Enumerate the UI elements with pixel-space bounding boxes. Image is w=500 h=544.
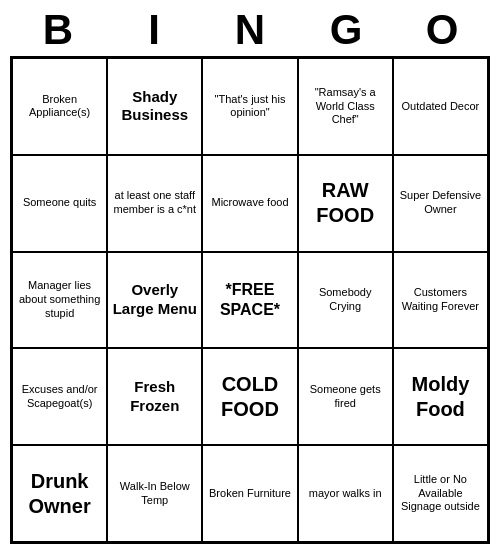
bingo-cell-9[interactable]: Super Defensive Owner — [393, 155, 488, 252]
bingo-cell-4[interactable]: Outdated Decor — [393, 58, 488, 155]
header-letter-b: B — [14, 6, 102, 54]
bingo-cell-13[interactable]: Somebody Crying — [298, 252, 393, 349]
bingo-cell-17[interactable]: COLD FOOD — [202, 348, 297, 445]
bingo-cell-5[interactable]: Someone quits — [12, 155, 107, 252]
bingo-cell-22[interactable]: Broken Furniture — [202, 445, 297, 542]
header-letter-n: N — [206, 6, 294, 54]
header-letter-o: O — [398, 6, 486, 54]
bingo-cell-23[interactable]: mayor walks in — [298, 445, 393, 542]
header-letter-i: I — [110, 6, 198, 54]
bingo-cell-18[interactable]: Someone gets fired — [298, 348, 393, 445]
bingo-cell-14[interactable]: Customers Waiting Forever — [393, 252, 488, 349]
bingo-cell-8[interactable]: RAW FOOD — [298, 155, 393, 252]
bingo-cell-11[interactable]: Overly Large Menu — [107, 252, 202, 349]
bingo-cell-24[interactable]: Little or No Available Signage outside — [393, 445, 488, 542]
bingo-cell-7[interactable]: Microwave food — [202, 155, 297, 252]
bingo-cell-12[interactable]: *FREE SPACE* — [202, 252, 297, 349]
header-letter-g: G — [302, 6, 390, 54]
bingo-cell-0[interactable]: Broken Appliance(s) — [12, 58, 107, 155]
bingo-header: B I N G O — [10, 0, 490, 56]
bingo-cell-19[interactable]: Moldy Food — [393, 348, 488, 445]
bingo-cell-1[interactable]: Shady Business — [107, 58, 202, 155]
bingo-cell-2[interactable]: "That's just his opinion" — [202, 58, 297, 155]
bingo-cell-16[interactable]: Fresh Frozen — [107, 348, 202, 445]
bingo-cell-3[interactable]: "Ramsay's a World Class Chef" — [298, 58, 393, 155]
bingo-cell-6[interactable]: at least one staff member is a c*nt — [107, 155, 202, 252]
bingo-cell-10[interactable]: Manager lies about something stupid — [12, 252, 107, 349]
bingo-cell-20[interactable]: Drunk Owner — [12, 445, 107, 542]
bingo-grid: Broken Appliance(s)Shady Business"That's… — [10, 56, 490, 544]
bingo-cell-15[interactable]: Excuses and/or Scapegoat(s) — [12, 348, 107, 445]
bingo-cell-21[interactable]: Walk-In Below Temp — [107, 445, 202, 542]
